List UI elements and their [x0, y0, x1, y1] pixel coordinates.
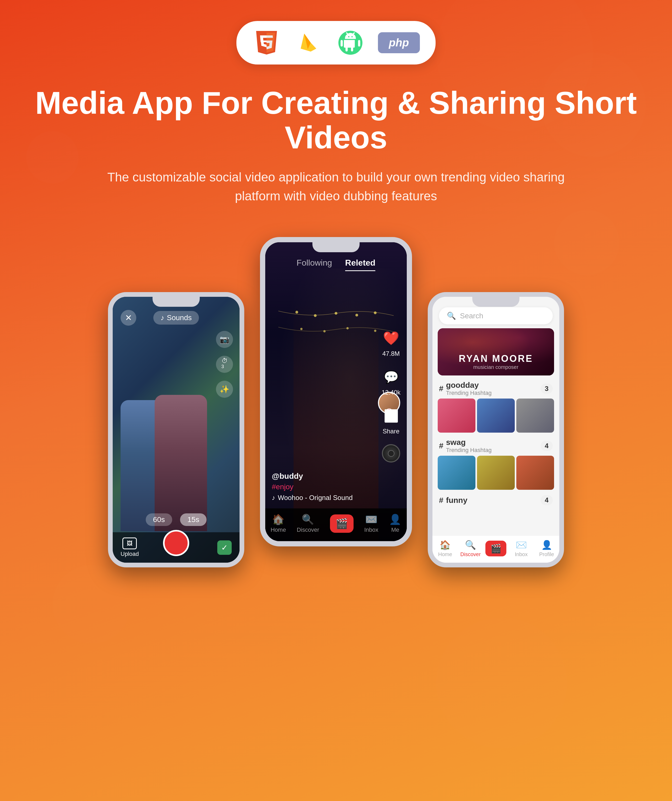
- page-title: Media App For Creating & Sharing Short V…: [26, 85, 646, 155]
- camera-flip-icon[interactable]: 📷: [216, 331, 233, 348]
- hashtag-row-funny: # funny 4: [438, 495, 554, 505]
- time-15s-button[interactable]: 15s: [180, 513, 207, 526]
- phone-right-notch: [472, 297, 519, 307]
- svg-point-9: [374, 330, 376, 332]
- nav-me[interactable]: 👤 Me: [389, 514, 401, 533]
- nav-right-home[interactable]: 🏠 Home: [434, 540, 455, 557]
- html5-badge-icon: [252, 28, 281, 57]
- nav-right-discover[interactable]: 🔍 Discover: [460, 540, 481, 557]
- upload-button[interactable]: 🖼 Upload: [121, 537, 139, 557]
- featured-banner: RYAN MOORE musician composer: [438, 328, 554, 375]
- share-button[interactable]: ↗️ Share: [381, 405, 402, 435]
- phone-left: ✕ ♪ Sounds 📷 ⏱3 ✨ 60s 15s: [108, 292, 244, 568]
- hashtag1-thumb2: [477, 399, 515, 433]
- hashtag2-thumb1: [438, 456, 476, 490]
- svg-point-7: [323, 330, 326, 333]
- svg-point-8: [346, 327, 349, 330]
- hashtag2-count: 4: [541, 441, 553, 451]
- like-button[interactable]: ❤️ 47.8M: [381, 328, 402, 357]
- svg-point-5: [374, 312, 377, 314]
- search-bar[interactable]: 🔍 Search: [439, 307, 553, 324]
- related-tab[interactable]: Releted: [345, 256, 376, 271]
- hashtag2-label: Trending Hashtag: [446, 447, 492, 454]
- video-hashtag: #enjoy: [272, 483, 353, 491]
- hashtag1-name: goodday: [446, 381, 492, 389]
- svg-point-2: [314, 314, 317, 317]
- hashtag2-name: swag: [446, 438, 492, 447]
- nav-right-inbox[interactable]: ✉️ Inbox: [511, 540, 532, 557]
- search-placeholder: Search: [460, 312, 483, 320]
- banner-artist-name: RYAN MOORE: [438, 353, 554, 364]
- hashtag2-thumb3: [516, 456, 554, 490]
- phone-left-notch: [153, 297, 200, 307]
- phone-middle: Following Releted + ❤️ 47.8M 💬: [260, 237, 412, 547]
- sounds-button[interactable]: ♪ Sounds: [153, 311, 199, 325]
- nav-inbox[interactable]: ✉️ Inbox: [364, 514, 378, 533]
- firebase-badge-icon: [294, 28, 323, 57]
- svg-point-1: [295, 311, 298, 314]
- banner-artist-sub: musician composer: [438, 364, 554, 370]
- hashtag3-name: funny: [446, 496, 468, 505]
- phone-right: 🔍 Search RYAN MOORE musician composer: [428, 292, 564, 568]
- video-username: @buddy: [272, 472, 353, 481]
- page-subtitle: The customizable social video applicatio…: [100, 168, 572, 206]
- nav-home[interactable]: 🏠 Home: [270, 514, 286, 533]
- phone-middle-notch: [312, 242, 360, 252]
- hashtag1-thumb3: [516, 399, 554, 433]
- svg-point-6: [301, 328, 303, 330]
- sound-icon: [382, 444, 400, 463]
- nav-record-button[interactable]: 🎬: [330, 515, 354, 533]
- comment-button[interactable]: 💬 12.40k: [381, 367, 402, 396]
- android-badge-icon: [336, 28, 365, 57]
- svg-point-4: [355, 314, 358, 317]
- hero-section: Media App For Creating & Sharing Short V…: [0, 64, 672, 221]
- nav-right-record[interactable]: 🎬: [486, 540, 506, 557]
- svg-point-3: [335, 312, 338, 315]
- close-button[interactable]: ✕: [121, 310, 136, 326]
- hashtag1-count: 3: [541, 384, 553, 394]
- confirm-button[interactable]: ✓: [217, 540, 232, 555]
- time-60s-button[interactable]: 60s: [146, 513, 172, 526]
- nav-right-profile[interactable]: 👤 Profile: [536, 540, 557, 557]
- search-icon: 🔍: [447, 312, 456, 320]
- phones-section: ✕ ♪ Sounds 📷 ⏱3 ✨ 60s 15s: [0, 221, 672, 573]
- hashtag2-thumb2: [477, 456, 515, 490]
- following-tab[interactable]: Following: [297, 256, 332, 271]
- hashtag1-label: Trending Hashtag: [446, 389, 492, 396]
- video-sound: ♪ Woohoo - Orignal Sound: [272, 494, 353, 502]
- nav-discover[interactable]: 🔍 Discover: [297, 514, 319, 533]
- php-badge-icon: php: [378, 32, 420, 53]
- hashtag1-thumb1: [438, 399, 476, 433]
- effects-icon[interactable]: ✨: [216, 381, 233, 398]
- record-button[interactable]: [163, 530, 189, 556]
- timer-icon[interactable]: ⏱3: [216, 356, 233, 373]
- hashtag3-count: 4: [541, 495, 553, 505]
- hashtag-row-goodday: # goodday Trending Hashtag 3: [438, 381, 554, 433]
- tech-badges-row: php: [0, 0, 672, 64]
- tech-badge-container: php: [236, 21, 436, 64]
- hashtag-row-swag: # swag Trending Hashtag 4: [438, 438, 554, 490]
